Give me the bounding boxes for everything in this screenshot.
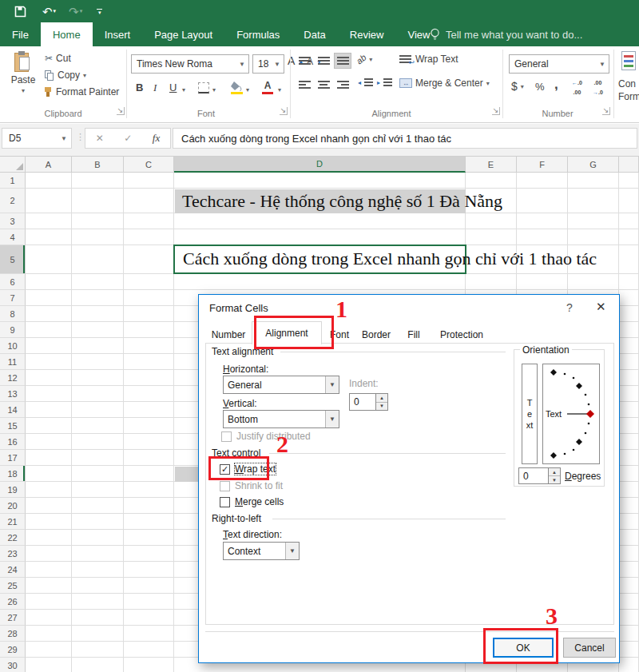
ribbon-tab-page-layout[interactable]: Page Layout [142,22,224,46]
cell-B24[interactable] [72,562,124,578]
currency-button[interactable]: $▾ [511,80,524,93]
orientation-dropdown-icon[interactable]: ▾ [369,56,372,63]
cell-C5[interactable] [124,245,174,274]
cell-A17[interactable] [26,450,72,466]
dialog-tab-number[interactable]: Number [207,325,250,344]
cell-C25[interactable] [124,578,174,594]
enter-entry-icon[interactable]: ✓ [124,133,132,144]
cell-A23[interactable] [26,546,72,562]
cell-H30[interactable] [619,658,639,672]
cell-B23[interactable] [72,546,124,562]
row-header-27[interactable]: 27 [0,610,26,626]
indent-spinner[interactable]: ▲▼ [376,393,388,411]
cell-A9[interactable] [26,322,72,338]
cell-G6[interactable] [568,274,619,290]
cell-B2[interactable] [72,189,124,213]
cell-B27[interactable] [72,610,124,626]
wrap-text-button[interactable]: ↩ Wrap Text [399,54,458,65]
cell-A12[interactable] [26,370,72,386]
row-header-28[interactable]: 28 [0,626,26,642]
row-header-26[interactable]: 26 [0,594,26,610]
font-color-dropdown-icon[interactable]: ▾ [278,86,281,93]
cell-A24[interactable] [26,562,72,578]
row-header-7[interactable]: 7 [0,290,26,306]
row-header-17[interactable]: 17 [0,450,26,466]
cell-C14[interactable] [124,402,174,418]
cell-A20[interactable] [26,498,72,514]
column-header-F[interactable]: F [517,157,568,173]
cell-C8[interactable] [124,306,174,322]
increase-decimal-button[interactable]: ←.0.00 [572,80,582,96]
row-header-4[interactable]: 4 [0,229,26,245]
borders-dropdown-icon[interactable]: ▾ [212,86,216,93]
cell-B8[interactable] [72,306,124,322]
cell-H22[interactable] [619,530,639,546]
cell-C24[interactable] [124,562,174,578]
cell-C11[interactable] [124,354,174,370]
bottom-align-button[interactable] [334,53,351,69]
cell-C23[interactable] [124,546,174,562]
cell-H16[interactable] [619,434,639,450]
cell-A28[interactable] [26,626,72,642]
cell-C9[interactable] [124,322,174,338]
cell-B16[interactable] [72,434,124,450]
cell-H5[interactable] [619,245,639,274]
cell-B5[interactable] [72,245,124,274]
align-left-button[interactable] [296,77,313,93]
vertical-text-box[interactable]: Text [522,364,538,464]
cell-H3[interactable] [619,213,639,229]
cell-C22[interactable] [124,530,174,546]
cut-button[interactable]: ✂ Cut [45,53,71,64]
cell-E4[interactable] [466,229,517,245]
cell-E6[interactable] [466,274,517,290]
alignment-dialog-launcher[interactable]: ↘ [492,107,500,115]
column-header-partial[interactable] [619,157,639,173]
cell-G1[interactable] [568,173,619,189]
horizontal-combo[interactable]: General ▼ [223,376,339,394]
cell-B21[interactable] [72,514,124,530]
column-header-G[interactable]: G [568,157,619,173]
cell-A4[interactable] [26,229,72,245]
cell-B20[interactable] [72,498,124,514]
cell-B22[interactable] [72,530,124,546]
cell-C3[interactable] [124,213,174,229]
cell-B6[interactable] [72,274,124,290]
align-center-button[interactable] [315,77,332,93]
cell-C12[interactable] [124,370,174,386]
cell-A27[interactable] [26,610,72,626]
cell-B15[interactable] [72,418,124,434]
cell-A5[interactable] [26,245,72,274]
name-box-dropdown-icon[interactable]: ▼ [57,135,71,142]
number-format-combo[interactable]: General ▼ [509,54,609,74]
cell-H21[interactable] [619,514,639,530]
row-header-10[interactable]: 10 [0,338,26,354]
row-header-21[interactable]: 21 [0,514,26,530]
column-header-C[interactable]: C [124,157,174,173]
cell-F4[interactable] [517,229,568,245]
spin-down-icon[interactable]: ▼ [549,476,560,483]
cell-H18[interactable] [619,466,639,482]
indent-field[interactable]: 0 [349,393,376,411]
cell-A2[interactable] [26,189,72,213]
cell-C21[interactable] [124,514,174,530]
cell-A6[interactable] [26,274,72,290]
dialog-tab-fill[interactable]: Fill [397,325,431,344]
cell-C16[interactable] [124,434,174,450]
row-header-11[interactable]: 11 [0,354,26,370]
cell-A21[interactable] [26,514,72,530]
cell-G4[interactable] [568,229,619,245]
cell-D4[interactable] [174,229,466,245]
font-dialog-launcher[interactable]: ↘ [280,107,288,115]
cell-H29[interactable] [619,642,639,658]
cell-H4[interactable] [619,229,639,245]
row-header-25[interactable]: 25 [0,578,26,594]
orientation-gauge-box[interactable]: Text [542,364,600,464]
row-header-5[interactable]: 5 [0,245,26,274]
cell-C4[interactable] [124,229,174,245]
row-header-6[interactable]: 6 [0,274,26,290]
cell-H25[interactable] [619,578,639,594]
cell-D1[interactable] [174,173,466,189]
cell-A18[interactable] [26,466,72,482]
cell-E3[interactable] [466,213,517,229]
comma-style-button[interactable]: , [554,77,558,93]
